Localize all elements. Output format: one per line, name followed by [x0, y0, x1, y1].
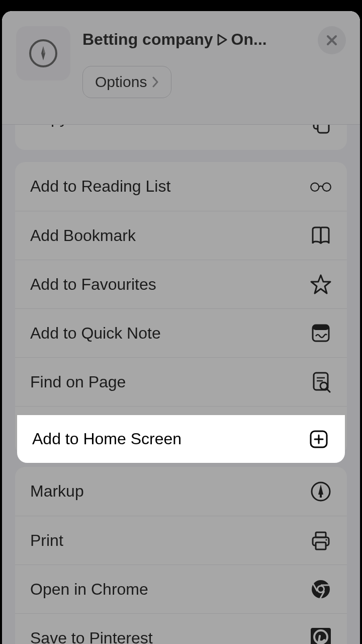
action-group-page: Add to Reading List Add Bookmark Add to …: [15, 162, 347, 455]
page-title: Betting company On...: [82, 30, 346, 49]
pinterest-icon: [310, 627, 332, 644]
action-find-on-page[interactable]: Find on Page: [15, 357, 347, 406]
actions-scroll[interactable]: Copy Add to Reading List Add Bookmark: [2, 125, 360, 644]
action-label: Add to Reading List: [30, 177, 170, 196]
action-label: Copy: [30, 125, 68, 127]
book-icon: [310, 224, 332, 247]
svg-point-25: [325, 539, 327, 540]
action-label: Markup: [30, 482, 84, 501]
close-icon: [325, 34, 338, 47]
action-group-apps: Markup Print Open in Chrome Save to Pint…: [15, 467, 347, 644]
svg-point-28: [318, 587, 323, 592]
quicknote-icon: [310, 322, 332, 344]
svg-marker-2: [218, 35, 226, 45]
star-icon: [310, 273, 332, 295]
action-quick-note[interactable]: Add to Quick Note: [15, 308, 347, 357]
options-button[interactable]: Options: [82, 66, 171, 98]
share-sheet: Betting company On... Options Copy: [2, 11, 360, 644]
svg-rect-21: [320, 495, 322, 498]
svg-marker-1: [43, 46, 45, 53]
plus-square-icon: [308, 428, 330, 450]
action-markup[interactable]: Markup: [15, 467, 347, 516]
svg-rect-11: [313, 325, 329, 330]
action-group-copy: Copy: [15, 125, 347, 150]
action-label: Add to Home Screen: [32, 430, 182, 448]
markup-icon: [310, 480, 332, 503]
action-label: Find on Page: [30, 373, 126, 391]
action-label: Add to Favourites: [30, 275, 156, 294]
action-add-bookmark[interactable]: Add Bookmark: [15, 211, 347, 260]
share-header: Betting company On... Options: [2, 11, 360, 125]
action-label: Print: [30, 531, 63, 550]
action-add-favourites[interactable]: Add to Favourites: [15, 260, 347, 308]
svg-point-8: [323, 183, 331, 191]
title-suffix: On...: [231, 30, 267, 49]
action-label: Open in Chrome: [30, 580, 148, 599]
action-copy[interactable]: Copy: [15, 125, 347, 150]
action-label: Add to Quick Note: [30, 324, 161, 343]
action-add-home-screen-highlight[interactable]: Add to Home Screen: [17, 415, 345, 463]
svg-marker-9: [311, 275, 330, 293]
action-save-pinterest[interactable]: Save to Pinterest: [15, 613, 347, 644]
svg-point-7: [311, 183, 319, 191]
options-label: Options: [95, 73, 147, 91]
safari-icon: [29, 39, 57, 67]
chevron-right-icon: [152, 76, 159, 88]
play-triangle-icon: [217, 34, 227, 46]
action-label: Save to Pinterest: [30, 629, 153, 645]
svg-rect-6: [318, 125, 329, 133]
action-reading-list[interactable]: Add to Reading List: [15, 162, 347, 211]
close-button[interactable]: [318, 26, 346, 54]
action-open-chrome[interactable]: Open in Chrome: [15, 565, 347, 613]
site-icon: [16, 26, 70, 80]
printer-icon: [310, 529, 332, 551]
action-print[interactable]: Print: [15, 516, 347, 565]
glasses-icon: [310, 176, 332, 198]
find-icon: [310, 371, 332, 393]
chrome-icon: [310, 578, 332, 600]
svg-rect-24: [316, 542, 326, 549]
action-label: Add Bookmark: [30, 226, 136, 245]
copy-icon: [310, 125, 332, 134]
title-prefix: Betting company: [82, 30, 213, 49]
